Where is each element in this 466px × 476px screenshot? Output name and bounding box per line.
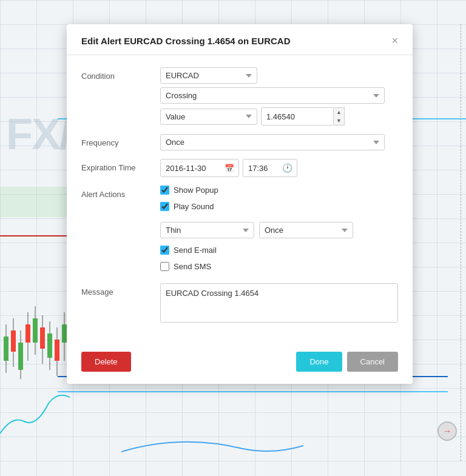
- dialog-footer: Delete Done Cancel: [67, 343, 413, 384]
- sound-selects-row: Thin Normal Thick Once Repeat: [160, 222, 398, 238]
- condition-row: Condition EURCAD Crossing Greater Than L…: [81, 67, 398, 126]
- date-input[interactable]: [160, 159, 239, 177]
- condition-controls: EURCAD Crossing Greater Than Less Than V…: [160, 67, 398, 126]
- svg-rect-17: [62, 324, 67, 343]
- frequency-controls: Once Every Bar Every Minute: [160, 134, 398, 150]
- dialog-title: Edit Alert EURCAD Crossing 1.4654 on EUR…: [81, 36, 291, 46]
- dashed-separator: [461, 24, 461, 461]
- expiration-row: Expiration Time 📅 🕐: [81, 159, 398, 177]
- send-sms-label: Send SMS: [174, 262, 211, 271]
- expiration-controls: 📅 🕐: [160, 159, 398, 177]
- expiration-label: Expiration Time: [81, 159, 160, 172]
- message-row: Message EURCAD Crossing 1.4654: [81, 283, 398, 323]
- chart-red-line: [0, 235, 70, 236]
- close-button[interactable]: ×: [391, 35, 398, 46]
- svg-rect-11: [40, 327, 45, 349]
- show-popup-checkbox[interactable]: [160, 186, 169, 195]
- condition-value-row: Value Percent ▲ ▼: [160, 107, 398, 126]
- sound-repeat-select[interactable]: Once Repeat: [259, 222, 353, 238]
- show-popup-label: Show Popup: [174, 186, 218, 195]
- svg-rect-3: [11, 330, 16, 352]
- play-sound-row: Play Sound: [160, 202, 398, 211]
- condition-value-input[interactable]: [261, 107, 334, 126]
- play-sound-checkbox[interactable]: [160, 202, 169, 211]
- svg-rect-13: [47, 334, 52, 358]
- sound-type-select[interactable]: Thin Normal Thick: [160, 222, 254, 238]
- spinner-up-button[interactable]: ▲: [334, 108, 344, 116]
- cancel-button[interactable]: Cancel: [347, 352, 398, 372]
- frequency-select[interactable]: Once Every Bar Every Minute: [160, 134, 385, 150]
- condition-label: Condition: [81, 67, 160, 81]
- condition-value-type-select[interactable]: Value Percent: [160, 109, 257, 125]
- send-sms-checkbox[interactable]: [160, 262, 169, 271]
- expiration-inputs-row: 📅 🕐: [160, 159, 398, 177]
- frequency-label: Frequency: [81, 134, 160, 147]
- message-label: Message: [81, 283, 160, 297]
- delete-button[interactable]: Delete: [81, 352, 131, 372]
- spinner-buttons: ▲ ▼: [334, 107, 345, 126]
- condition-symbol-select[interactable]: EURCAD: [160, 67, 257, 84]
- chart-line-bot: [58, 391, 448, 392]
- play-sound-label: Play Sound: [174, 202, 214, 211]
- message-textarea[interactable]: EURCAD Crossing 1.4654: [160, 283, 398, 323]
- svg-rect-15: [55, 340, 59, 361]
- svg-rect-1: [4, 337, 8, 361]
- value-spinner: ▲ ▼: [261, 107, 345, 126]
- condition-type-wrapper: Crossing Greater Than Less Than: [160, 87, 398, 104]
- condition-type-select[interactable]: Crossing Greater Than Less Than: [160, 87, 385, 104]
- arrow-symbol: →: [443, 426, 451, 436]
- frequency-row: Frequency Once Every Bar Every Minute: [81, 134, 398, 150]
- svg-rect-9: [33, 318, 38, 343]
- chart-green-band: [0, 187, 70, 217]
- show-popup-row: Show Popup: [160, 186, 398, 195]
- date-input-wrapper: 📅: [160, 159, 239, 177]
- send-email-label: Send E-mail: [174, 246, 217, 255]
- spinner-down-button[interactable]: ▼: [334, 116, 344, 125]
- dialog-body: Condition EURCAD Crossing Greater Than L…: [67, 55, 413, 343]
- right-arrow-icon[interactable]: →: [437, 421, 457, 441]
- svg-rect-7: [25, 324, 30, 343]
- time-input[interactable]: [243, 159, 297, 177]
- dialog-header: Edit Alert EURCAD Crossing 1.4654 on EUR…: [67, 24, 413, 55]
- alert-actions-row: Alert Actions Show Popup Play Sound Thin…: [81, 186, 398, 275]
- send-sms-row: Send SMS: [160, 262, 398, 271]
- time-input-wrapper: 🕐: [243, 159, 297, 177]
- send-email-row: Send E-mail: [160, 246, 398, 255]
- right-buttons: Done Cancel: [296, 352, 398, 372]
- alert-actions-label: Alert Actions: [81, 186, 160, 199]
- teal-curve: [0, 379, 70, 452]
- send-email-checkbox[interactable]: [160, 246, 169, 255]
- condition-symbol-wrapper: EURCAD: [160, 67, 398, 84]
- done-button[interactable]: Done: [296, 352, 342, 372]
- alert-actions-controls: Show Popup Play Sound Thin Normal Thick …: [160, 186, 398, 275]
- svg-rect-5: [18, 343, 23, 370]
- edit-alert-dialog: Edit Alert EURCAD Crossing 1.4654 on EUR…: [67, 24, 413, 384]
- message-controls: EURCAD Crossing 1.4654: [160, 283, 398, 323]
- bottom-curve: [121, 427, 303, 458]
